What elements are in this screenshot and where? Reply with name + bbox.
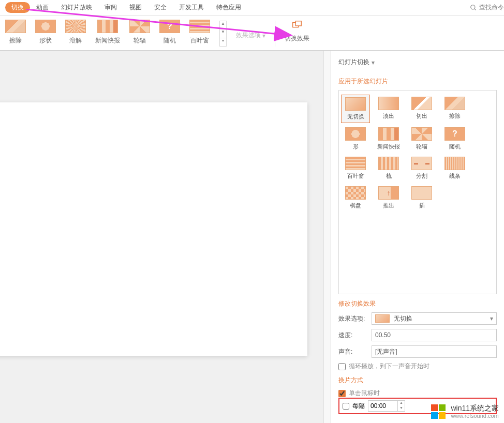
- loop-checkbox-row[interactable]: 循环播放，到下一声音开始时: [338, 362, 497, 371]
- svg-rect-3: [295, 21, 301, 26]
- ribbon-wipe[interactable]: 擦除: [5, 20, 26, 45]
- tab-slideshow[interactable]: 幻灯片放映: [55, 1, 98, 14]
- effect-options-dropdown[interactable]: 效果选项 ▾: [236, 31, 265, 40]
- sound-combo[interactable]: [无声音]: [372, 345, 497, 358]
- slide[interactable]: 白演示 您的封面副标题: [0, 102, 307, 356]
- chevron-down-icon: ▾: [262, 32, 265, 39]
- slide-title[interactable]: 白演示: [0, 232, 287, 274]
- comb-icon: [378, 157, 399, 170]
- transition-push[interactable]: 推出: [374, 184, 403, 212]
- ribbon-label: 新闻快报: [95, 36, 120, 45]
- every-checkbox[interactable]: [343, 403, 349, 410]
- tab-devtools[interactable]: 开发工具: [173, 1, 210, 14]
- tab-view[interactable]: 视图: [123, 1, 148, 14]
- speed-combo[interactable]: 00.50: [372, 329, 497, 341]
- tab-transition[interactable]: 切换: [5, 2, 30, 13]
- top-tabs: 切换 动画 幻灯片放映 审阅 视图 安全 开发工具 特色应用 查找命令: [0, 0, 504, 16]
- transition-random[interactable]: 随机: [440, 125, 469, 153]
- insert-icon: [411, 186, 432, 200]
- transition-blinds[interactable]: 百叶窗: [341, 155, 370, 182]
- gallery-down[interactable]: ▼: [220, 29, 226, 38]
- spinner-down[interactable]: ▼: [398, 406, 405, 411]
- wipe-icon: [444, 97, 465, 110]
- transition-wheel[interactable]: 轮辐: [407, 125, 436, 153]
- ribbon: 擦除 形状 溶解 新闻快报 轮辐 随机 百叶窗 ▲ ▼ ▾ 效果选项 ▾ 切换效…: [0, 16, 504, 51]
- speed-row: 速度: 00.50: [338, 329, 497, 341]
- ribbon-dissolve[interactable]: 溶解: [65, 20, 86, 45]
- transition-insert[interactable]: 插: [407, 184, 436, 212]
- ribbon-label: 溶解: [69, 36, 82, 45]
- gallery-up[interactable]: ▲: [220, 21, 226, 29]
- switch-effect-icon: [291, 20, 303, 31]
- every-label: 每隔: [352, 402, 365, 411]
- separator: [275, 21, 275, 47]
- watermark-title: win11系统之家: [451, 404, 499, 413]
- ribbon-random[interactable]: 随机: [159, 20, 180, 45]
- transition-news[interactable]: 新闻快报: [374, 125, 403, 153]
- ribbon-label: 随机: [164, 36, 176, 45]
- svg-rect-5: [431, 404, 438, 411]
- tab-special[interactable]: 特色应用: [210, 1, 247, 14]
- cut-icon: [411, 97, 432, 110]
- fade-icon: [378, 97, 399, 110]
- onclick-checkbox-row[interactable]: 单击鼠标时: [338, 389, 497, 398]
- effect-option-combo[interactable]: 无切换 ▾: [372, 312, 497, 325]
- slide-subtitle[interactable]: 您的封面副标题: [0, 283, 287, 301]
- transition-shape[interactable]: 形: [341, 125, 370, 153]
- slide-canvas[interactable]: 白演示 您的封面副标题: [0, 51, 331, 423]
- svg-rect-6: [439, 404, 446, 411]
- sound-label: 声音:: [338, 348, 368, 356]
- svg-rect-8: [439, 412, 446, 419]
- chevron-down-icon: ▾: [490, 315, 493, 322]
- transition-none[interactable]: 无切换: [341, 95, 370, 123]
- tab-security[interactable]: 安全: [148, 1, 173, 14]
- ribbon-label: 百叶窗: [190, 36, 209, 45]
- random-icon: [444, 127, 465, 141]
- none-icon: [345, 97, 366, 111]
- svg-point-0: [471, 5, 475, 9]
- speed-label: 速度:: [338, 331, 368, 340]
- transition-fade[interactable]: 淡出: [374, 95, 403, 123]
- transition-wipe[interactable]: 擦除: [440, 95, 469, 123]
- split-icon: [411, 157, 432, 170]
- transition-checker[interactable]: 棋盘: [341, 184, 370, 212]
- effect-option-label: 效果选项:: [338, 314, 368, 323]
- loop-checkbox[interactable]: [338, 363, 346, 370]
- advance-section-title: 换片方式: [338, 376, 497, 385]
- ribbon-label: 擦除: [9, 36, 22, 45]
- news-icon: [378, 127, 399, 141]
- chevron-down-icon[interactable]: ▾: [372, 59, 375, 66]
- transition-gallery: 无切换 淡出 切出 擦除 形 新闻快报 轮辐 随机 百叶窗 梳 分割 线条 棋盘…: [338, 90, 497, 294]
- watermark: win11系统之家 www.relsound.com: [430, 403, 499, 420]
- search-icon: [470, 4, 477, 11]
- vertical-scrollbar[interactable]: [323, 51, 331, 423]
- spinner-up[interactable]: ▲: [398, 401, 405, 406]
- shape-icon: [345, 127, 366, 141]
- effect-swatch-icon: [375, 314, 390, 323]
- ribbon-wheel[interactable]: 轮辐: [129, 20, 150, 45]
- gallery-more[interactable]: ▾: [220, 38, 226, 46]
- transition-cut[interactable]: 切出: [407, 95, 436, 123]
- transition-comb[interactable]: 梳: [374, 155, 403, 182]
- push-icon: [378, 186, 399, 200]
- random-icon: [159, 20, 180, 33]
- transition-split[interactable]: 分割: [407, 155, 436, 182]
- search-command-label: 查找命令: [479, 3, 504, 12]
- wheel-icon: [129, 20, 150, 33]
- transition-lines[interactable]: 线条: [440, 155, 469, 182]
- ribbon-label: 形状: [39, 36, 52, 45]
- tab-review[interactable]: 审阅: [98, 1, 123, 14]
- switch-effect-label: 切换效果: [285, 34, 309, 43]
- ribbon-shape[interactable]: 形状: [35, 20, 56, 45]
- ribbon-blinds[interactable]: 百叶窗: [189, 20, 210, 45]
- onclick-checkbox[interactable]: [338, 390, 346, 397]
- every-spinner[interactable]: 00:00 ▲ ▼: [368, 400, 405, 412]
- switch-effect-button[interactable]: 切换效果: [285, 20, 309, 43]
- ribbon-label: 轮辐: [134, 36, 146, 45]
- blinds-icon: [345, 157, 366, 170]
- search-command[interactable]: 查找命令: [470, 3, 504, 12]
- ribbon-news[interactable]: 新闻快报: [95, 20, 120, 45]
- dissolve-icon: [65, 20, 86, 33]
- tab-animation[interactable]: 动画: [30, 1, 55, 14]
- news-icon: [97, 20, 118, 33]
